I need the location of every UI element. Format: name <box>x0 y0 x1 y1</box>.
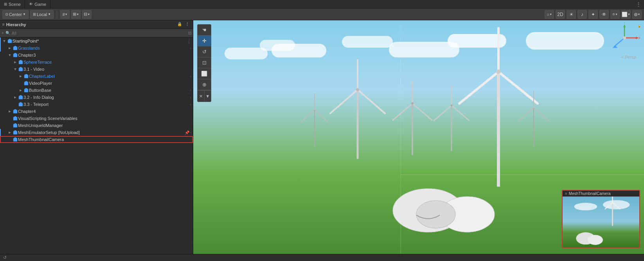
tree-arrow-31-video[interactable] <box>13 66 18 72</box>
cloud-6 <box>448 34 506 48</box>
chapter4-label: Chapter4 <box>18 109 193 114</box>
eye-icon: 👁 <box>602 12 606 17</box>
grasslands-cube-icon <box>13 45 18 51</box>
local-button[interactable]: ⊞ Local ▼ <box>30 10 54 19</box>
svg-marker-28 <box>13 130 17 132</box>
aspect-icon: ⬜ <box>622 12 628 17</box>
tree-item-starting-point[interactable]: StartingPoint* ⋮ <box>0 38 193 45</box>
hierarchy-menu-icon: ≡ <box>2 22 5 27</box>
2d-button[interactable]: 2D <box>556 10 565 19</box>
aspect-ratio-button[interactable]: ⬜ ▼ <box>621 10 631 19</box>
tree-arrow-chapter4[interactable] <box>7 109 13 114</box>
tree-arrow-starting-point[interactable] <box>2 38 7 44</box>
snap-button[interactable]: # ▼ <box>60 10 70 19</box>
tree-item-32-info[interactable]: 3.2 - Info Dialog › <box>0 94 193 101</box>
tree-item-31-video[interactable]: 3.1 - Video <box>0 66 193 73</box>
audio-icon: ♪ <box>581 12 583 17</box>
tab-scene[interactable]: ⊞ Scene <box>0 0 25 8</box>
lighting-icon: ☀ <box>569 12 574 17</box>
tree-item-mesh-unique-id[interactable]: MeshUniqueIdManager <box>0 122 193 129</box>
progrids-button[interactable]: ⊟ ▼ <box>82 10 92 19</box>
tool-rotate-button[interactable]: ↺ <box>198 46 211 57</box>
tool-hand-button[interactable]: ☚ <box>198 25 211 36</box>
tool-extra-button[interactable]: ✕ <box>198 91 205 102</box>
hierarchy-lock-button[interactable]: 🔒 <box>176 22 183 27</box>
gizmo-x-label: X <box>639 36 640 40</box>
tab-overflow-menu[interactable]: ⋮ <box>633 0 644 8</box>
grid-button[interactable]: ⊞ ▼ <box>71 10 81 19</box>
scene-visibility-button[interactable]: 👁 <box>599 10 609 19</box>
31-video-cube-icon <box>18 66 23 72</box>
svg-rect-9 <box>19 68 23 71</box>
gizmo-lock-label: 🔒 <box>637 23 640 28</box>
tree-arrow-sphere-terrace[interactable] <box>13 59 18 65</box>
cloud-7 <box>526 32 604 50</box>
tree-arrow-chapter-label[interactable] <box>18 73 23 79</box>
starting-point-dots[interactable]: ⋮ <box>187 38 191 44</box>
svg-marker-8 <box>19 60 23 61</box>
tree-item-video-player[interactable]: VideoPlayer <box>0 80 193 87</box>
tree-arrow-chapter3[interactable] <box>7 52 13 58</box>
tree-arrow-mesh-emulator[interactable] <box>7 130 13 135</box>
chapter-label-label: ChapterLabel <box>29 74 190 79</box>
render-mode-button[interactable]: ○ ▼ <box>545 10 554 19</box>
search-clear-icon[interactable]: ⊡ <box>188 31 191 35</box>
svg-rect-27 <box>13 131 17 134</box>
tool-rect-button[interactable]: ⬜ <box>198 68 211 79</box>
tool-dropdown-button[interactable]: ▼ <box>205 91 211 102</box>
tree-item-chapter4[interactable]: Chapter4 <box>0 108 193 115</box>
hierarchy-header: ≡ Hierarchy 🔒 ⋮ <box>0 20 193 29</box>
tool-transform-button[interactable]: ⊕ <box>198 79 211 90</box>
tree-item-chapter3[interactable]: Chapter3 <box>0 52 193 59</box>
tree-item-button-base[interactable]: ButtonBase › <box>0 87 193 94</box>
hierarchy-header-buttons: 🔒 ⋮ <box>176 22 191 27</box>
svg-point-79 <box>588 235 603 245</box>
persp-label: < Persp <box>621 55 636 59</box>
tree-item-sphere-terrace[interactable]: SphereTerrace <box>0 59 193 66</box>
33-teleport-right: › <box>190 102 191 106</box>
gizmo-y-label: Y <box>623 22 626 24</box>
tool-scale-button[interactable]: ⊡ <box>198 57 211 68</box>
tree-item-mesh-emulator[interactable]: MeshEmulatorSetup [NoUpload] 📌 › <box>0 129 193 136</box>
progrids-icon: ⊟ <box>84 12 87 17</box>
tree-arrow-grasslands[interactable] <box>7 45 13 51</box>
hierarchy-title: Hierarchy <box>6 22 174 27</box>
starting-point-label: StartingPoint* <box>13 39 187 43</box>
occlusion-icon: ⊘ <box>612 13 615 16</box>
lighting-button[interactable]: ☀ <box>567 10 576 19</box>
hierarchy-panel: ≡ Hierarchy 🔒 ⋮ + 🔍 ⊡ StartingPoint* <box>0 20 193 254</box>
toolbar-separator-1 <box>57 11 57 18</box>
fx-button[interactable]: ✦ <box>588 10 598 19</box>
hierarchy-search-bar: + 🔍 ⊡ <box>0 29 193 38</box>
mesh-emulator-blue-bar <box>0 129 1 136</box>
svg-rect-13 <box>24 82 28 85</box>
tree-item-visual-scripting[interactable]: VisualScripting SceneVariables <box>0 115 193 122</box>
mesh-unique-id-cube-icon <box>13 123 18 128</box>
gizmo-container[interactable]: Y X 🔒 <box>609 22 640 54</box>
gizmos-button[interactable]: ⊛ ▼ <box>632 10 642 19</box>
top-tab-bar: ⊞ Scene 👁 Game ⋮ <box>0 0 644 9</box>
audio-button[interactable]: ♪ <box>577 10 587 19</box>
main-content: ≡ Hierarchy 🔒 ⋮ + 🔍 ⊡ StartingPoint* <box>0 20 644 254</box>
tree-item-chapter-label[interactable]: ChapterLabel › <box>0 73 193 80</box>
local-dropdown-arrow: ▼ <box>48 13 51 16</box>
mesh-emulator-label: MeshEmulatorSetup [NoUpload] <box>18 130 185 135</box>
search-input[interactable] <box>12 31 187 36</box>
center-button[interactable]: ⊙ Center ▼ <box>2 10 29 19</box>
tree-item-grasslands[interactable]: Grasslands › <box>0 45 193 52</box>
tab-game[interactable]: 👁 Game <box>25 0 50 8</box>
tool-bottom-row: ✕ ▼ <box>198 91 211 102</box>
tree-arrow-button-base[interactable] <box>18 88 23 93</box>
occlusion-button[interactable]: ⊘ ▼ <box>610 10 620 19</box>
hierarchy-tree: StartingPoint* ⋮ Grasslands › <box>0 38 193 254</box>
tool-move-button[interactable]: ✛ <box>198 36 211 46</box>
chapter-label-cube-icon <box>23 73 29 79</box>
tree-item-mesh-thumbnail-camera[interactable]: MeshThumbnailCamera <box>0 136 193 143</box>
scene-view[interactable]: ☚ ✛ ↺ ⊡ ⬜ ⊕ ✕ ▼ Y X <box>193 20 644 254</box>
tree-item-33-teleport[interactable]: 3.3 - Teleport › <box>0 101 193 108</box>
tree-arrow-32-info[interactable] <box>13 95 18 100</box>
button-base-right-arrow: › <box>190 88 191 92</box>
hierarchy-overflow-button[interactable]: ⋮ <box>184 22 191 27</box>
thumbnail-title: MeshThumbnailCamera <box>569 191 611 196</box>
scene-grid-icon: ⊞ <box>4 2 7 6</box>
